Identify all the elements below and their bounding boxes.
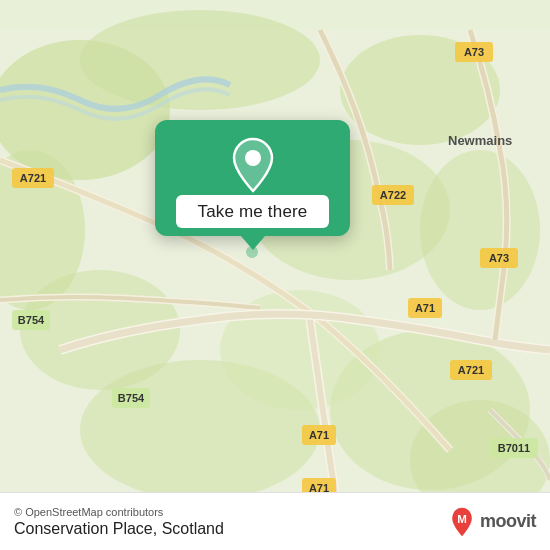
svg-text:B7011: B7011 [498,442,530,454]
moovit-logo[interactable]: M moovit [448,506,536,538]
svg-text:B754: B754 [18,314,45,326]
svg-text:A73: A73 [464,46,484,58]
map-container: A73 A722 A73 A71 A721 B7011 A71 A71 B754… [0,0,550,550]
svg-text:A71: A71 [309,429,329,441]
svg-text:Newmains: Newmains [448,133,512,148]
popup-card: Take me there [155,120,350,236]
take-me-there-button[interactable]: Take me there [176,202,330,222]
location-name: Conservation Place, Scotland [14,520,448,538]
svg-text:A722: A722 [380,189,406,201]
osm-attribution: © OpenStreetMap contributors [14,506,448,518]
take-me-there-label: Take me there [176,195,330,228]
bottom-left-section: © OpenStreetMap contributors Conservatio… [14,506,448,538]
moovit-text: moovit [480,511,536,532]
svg-text:M: M [457,512,467,524]
svg-point-36 [245,150,261,166]
svg-text:A73: A73 [489,252,509,264]
svg-text:A71: A71 [415,302,435,314]
svg-text:A721: A721 [20,172,46,184]
bottom-bar: © OpenStreetMap contributors Conservatio… [0,492,550,550]
moovit-icon: M [448,506,476,538]
svg-point-2 [80,10,320,110]
svg-text:B754: B754 [118,392,145,404]
map-background: A73 A722 A73 A71 A721 B7011 A71 A71 B754… [0,0,550,550]
svg-text:A721: A721 [458,364,484,376]
location-icon [226,138,280,192]
